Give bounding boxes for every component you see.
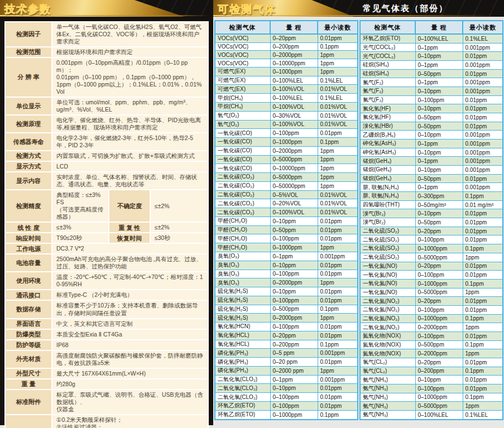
spec-row: 电池容量2500mAh可充电的高分子聚合物电池 ,具有过充、过放、过压、短路、过…	[6, 254, 208, 271]
gas-name-cell: 一氧化碳(CO)	[215, 138, 270, 147]
gas-range-cell: 0–100ppm	[270, 234, 318, 243]
spec-row: 界面语言中文，英文和其它语言可定制	[6, 319, 208, 329]
gas-range-cell: 0–5%VOL	[270, 190, 318, 199]
gas-name-cell: 氨气(NH₃)	[360, 384, 415, 393]
gas-min-reading-cell: 1ppm	[318, 278, 358, 287]
gas-range-cell: 0–10ppm	[415, 166, 463, 175]
gas-range-cell: 0–100ppm	[270, 323, 318, 331]
gas-min-reading-cell: 0.01ppm	[463, 209, 503, 218]
gas-range-cell: 0–100%VOL	[270, 102, 318, 111]
spec-value: ①0.2米天鹅颈采样探针； ②活性炭过滤器； ③0.4米不锈钢采样手柄（含1米软…	[52, 415, 208, 428]
gas-column-header: 量 程	[415, 21, 463, 34]
gas-row: 二氧化碳(CO₂)0–20%VOL0.01%VOL	[215, 199, 358, 208]
gas-row: 二氧化氮(NO₂)0–20ppm0.01ppm	[360, 297, 503, 306]
gas-row: 锗烷(GeH₄)0–1ppm0.001ppm	[360, 157, 503, 166]
gas-range-cell: 0–50ppm	[415, 113, 463, 122]
gas-min-reading-cell: 0.01ppm	[463, 358, 503, 367]
spec-value: 2500mAh可充电的高分子聚合物电池 ,具有过充、过放、过压、短路、过热保护功…	[52, 254, 208, 271]
spec-value: 约280g	[52, 379, 208, 389]
gas-range-cell: 0–50mg/m³	[415, 200, 463, 209]
gas-range-cell: 0–10000ppm	[270, 59, 318, 68]
gas-name-cell: 氨气(NH₃)	[360, 410, 415, 420]
gas-row: 甲醛(CH₂O)0–1000ppm1ppm	[215, 243, 358, 252]
gas-name-cell: 溴气(Br₂)	[360, 209, 415, 218]
gas-range-cell: 0–20ppm	[270, 34, 318, 42]
spec-value: ≤±3%	[52, 223, 108, 232]
gas-range-cell: 0–5000ppm	[415, 288, 463, 297]
gas-range-cell: 0–20ppm	[415, 227, 463, 235]
gas-range-cell: 0–10ppm	[270, 217, 318, 225]
gas-name-cell: 二氧化氮(NO₂)	[360, 323, 415, 332]
gas-name-cell: 二氧化氯(CLO₂)	[215, 384, 270, 393]
gas-name-cell: 二氧化氮(NO₂)	[360, 297, 415, 306]
gas-range-cell: 0–100ppm	[270, 402, 318, 411]
gas-range-cell: 0–2000ppm	[270, 146, 318, 155]
gas-min-reading-cell: 0.001ppm	[318, 252, 358, 261]
gas-row: 硫化氢(H₂S)0–10ppm0.01ppm	[215, 287, 358, 296]
gas-row: 二氧化硫(SO₂)0–20ppm0.01ppm	[360, 227, 503, 235]
gas-row: 砷化氢(AsH₃)0–1ppm0.001ppm	[360, 140, 503, 148]
gas-min-reading-cell: 0.01ppm	[318, 270, 358, 278]
gas-range-cell: 0–2000ppm	[270, 278, 318, 287]
spec-label: 线 性 度	[6, 223, 51, 232]
gas-name-cell: 硫化氢(H₂S)	[215, 296, 270, 305]
spec-label: 防爆类型	[6, 330, 51, 339]
gas-range-cell: 0–1ppm	[415, 43, 463, 52]
spec-row: 数据存储标准容量不少于10万条；支持本机查看、删除或数据导出，存储时间间隔任意设…	[6, 301, 208, 318]
spec-value: IP68	[52, 340, 208, 350]
spec-row: 防爆类型本质安全型Exia Ⅱ CT4Ga	[6, 330, 208, 339]
spec-label: 外型尺寸	[6, 369, 51, 378]
gas-name-cell: 锗烷(GeH₄)	[360, 174, 415, 183]
gas-name-cell: 肼, 联氨(N₂H₄)	[360, 192, 415, 201]
gas-range-cell: 0–200ppm	[415, 367, 463, 376]
gas-row: 一氧化碳(CO)0–100ppm0.01ppm	[215, 129, 358, 138]
gas-range-cell: 0–100ppm	[415, 331, 463, 340]
gas-name-cell: 硫化氢(H₂S)	[215, 287, 270, 296]
gas-row: 溴气(Br₂)0–10ppm0.01ppm	[360, 209, 503, 218]
spec-value: 单位可选：umol/mol、ppm、pphm、ppb、mg/m³、 ug/m³、…	[52, 98, 208, 114]
gas-name-cell: 氯化氢(HCL)	[215, 331, 270, 340]
gas-row: VOCs(VOC)0–200ppm0.1ppm	[215, 42, 358, 51]
gas-range-cell: 0–10ppm	[415, 209, 463, 218]
gas-range-cell: 0–100ppm	[415, 271, 463, 280]
gas-row: 甲醛(CH₂O)0–100ppm0.01ppm	[215, 234, 358, 243]
gas-min-reading-cell: 1ppm	[318, 67, 358, 76]
gas-name-cell: 氮氧化物(NOX)	[360, 340, 415, 349]
gas-min-reading-cell: 0.001ppm	[463, 131, 503, 140]
gas-name-cell: 环氧乙烷(ETO)	[215, 410, 270, 420]
gas-name-cell: 二氧化碳(CO₂)	[215, 173, 270, 182]
gas-range-cell: 0–20ppm	[415, 358, 463, 367]
gas-column-header: 检测气体	[215, 21, 270, 34]
gas-row: 氨气(NH₃)0–10ppm0.01ppm	[360, 376, 503, 384]
gas-row: 氨气(NH₃)0–100%LEL0.1%LEL	[360, 410, 503, 420]
gas-name-cell: 臭氧(O₃)	[215, 270, 270, 278]
gas-min-reading-cell: 0.001ppm	[463, 87, 503, 96]
spec-value: 内置泵吸式，可切换为扩散式、扩散+泵吸式检测方式	[52, 151, 208, 161]
gas-row: 磷化氢(PH₃)0–5 ppm0.001ppm	[215, 349, 358, 358]
spec-label: 数据存储	[6, 301, 51, 318]
gas-min-reading-cell: 0.01ppm	[318, 358, 358, 367]
gas-min-reading-cell: 0.01ppm	[318, 323, 358, 331]
gas-row: 二氧化氮(NO₂)0–1000ppm0.1ppm	[360, 314, 503, 323]
spec-label: 标准附件	[6, 390, 51, 414]
spec-label: 选配附件	[6, 415, 51, 428]
gas-name-cell: VOCs(VOC)	[215, 59, 270, 68]
gas-min-reading-cell: 0.01ppm	[463, 113, 503, 122]
gas-name-cell: 二氧化碳(CO₂)	[215, 208, 270, 217]
gas-row: 可燃气(EX)0–100%LEL0.1%LEL	[215, 76, 358, 85]
gas-min-reading-cell: 0.01ppm	[318, 34, 358, 42]
gas-min-reading-cell: 0.01ppm	[318, 261, 358, 270]
gas-range-cell: 0–100%LEL	[415, 410, 463, 420]
gas-min-reading-cell: 0.1ppm	[318, 305, 358, 314]
gas-min-reading-cell: 0.01ppm	[318, 234, 358, 243]
gas-min-reading-cell: 0.01ppm	[463, 52, 503, 61]
gas-range-cell: 0–1000ppm	[415, 393, 463, 402]
gas-row: 二氧化碳(CO₂)0–5%VOL0.01%VOL	[215, 190, 358, 199]
gas-name-cell: 砷化氢(AsH₃)	[360, 148, 415, 157]
gas-min-reading-cell: 0.01ppm	[318, 384, 358, 393]
spec-row: 显示内容实时浓度、单位、气体名称、报警状态、时间、存储状态、通讯状态、电量、充电…	[6, 172, 208, 189]
gas-name-cell: 硫化氢(H₂S)	[215, 314, 270, 323]
gas-range-cell: 0–100ppm	[270, 129, 318, 138]
gas-range-cell: 0–10ppm	[415, 376, 463, 384]
gas-min-reading-cell: 0.001ppm	[463, 140, 503, 148]
